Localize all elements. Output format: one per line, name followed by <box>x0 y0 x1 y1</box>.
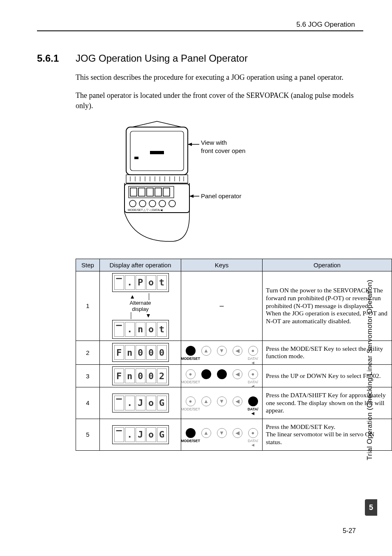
step-number: 4 <box>76 387 100 419</box>
up-key-icon: ▲ <box>200 428 213 443</box>
table-row: 3 F n 0 0 2 ●MODE/SET ▲ ▼ ◀ ●DATA/◀ <box>76 365 392 387</box>
alternate-label-2: display <box>132 306 148 312</box>
keys-cell: ●MODE/SET ▲ ▼ ◀ ●DATA/◀ <box>181 419 263 450</box>
keys-cell: ●MODE/SET ▲ ▼ ◀ ●DATA/◀ <box>181 341 263 364</box>
table-row: 5 ⎺ . J o G ●MODE/SET ▲ ▼ ◀ ●DATA/◀ <box>76 419 392 450</box>
data-key-icon: ●DATA/◀ <box>247 428 260 443</box>
keys-cell: ●MODE/SET ▲ ▼ ◀ ●DATA/◀ <box>181 387 263 419</box>
display-cell: ⎺ . J o G <box>100 419 181 450</box>
down-key-icon: ▼ <box>215 369 228 384</box>
diagram-label-view-2: front cover open <box>201 147 245 154</box>
section-number: 5.6.1 <box>37 53 76 64</box>
down-arrow-icon: ▼ <box>145 312 151 319</box>
modeset-key-icon: ●MODE/SET <box>184 396 197 411</box>
up-key-icon: ▲ <box>200 396 213 411</box>
data-key-icon: ●DATA/◀ <box>247 369 260 384</box>
down-key-icon: ▼ <box>215 428 228 443</box>
col-keys: Keys <box>181 259 263 271</box>
col-display: Display after operation <box>100 259 181 271</box>
step-number: 2 <box>76 341 100 364</box>
left-key-icon: ◀ <box>231 396 244 411</box>
step-number: 5 <box>76 419 100 450</box>
display-cell: ⎺ . J o G <box>100 387 181 419</box>
up-key-icon: ▲ <box>200 369 213 384</box>
svg-marker-32 <box>189 195 194 198</box>
procedure-table: Step Display after operation Keys Operat… <box>76 259 392 451</box>
left-key-icon: ◀ <box>231 428 244 443</box>
display-cell: F n 0 0 2 <box>100 365 181 387</box>
page-number: 5-27 <box>343 527 356 535</box>
diagram-label-view-1: View with <box>201 139 227 146</box>
svg-rect-3 <box>134 157 138 159</box>
header-rule <box>37 30 363 31</box>
intro-paragraph-2: The panel operator is located under the … <box>76 90 355 111</box>
down-key-icon: ▼ <box>215 346 228 361</box>
step-number: 3 <box>76 365 100 387</box>
table-row: 1 ⎺ . P o t ▲│ Alternate display │▼ <box>76 271 392 341</box>
down-key-icon: ▼ <box>215 396 228 411</box>
down-arrow-icon: │ <box>148 293 151 300</box>
table-row: 2 F n 0 0 0 ●MODE/SET ▲ ▼ ◀ ●DATA/◀ <box>76 341 392 364</box>
svg-marker-5 <box>188 143 192 146</box>
keys-cell: ●MODE/SET ▲ ▼ ◀ ●DATA/◀ <box>181 365 263 387</box>
col-step: Step <box>76 259 100 271</box>
up-arrow-icon: ▲ <box>129 293 135 300</box>
table-row: 4 ⎺ . J o G ●MODE/SET ▲ ▼ ◀ ●DATA/◀ <box>76 387 392 419</box>
display-cell: ⎺ . P o t ▲│ Alternate display │▼ ⎺ <box>100 271 181 341</box>
modeset-key-icon: ●MODE/SET <box>184 346 197 361</box>
servopack-diagram: View with front cover open MODE/SET △ ▽ … <box>37 119 363 246</box>
section-title: JOG Operation Using a Panel Operator <box>76 53 248 64</box>
keys-cell: – <box>181 271 263 341</box>
diagram-label-panel: Panel operator <box>201 192 241 199</box>
chapter-tab: 5 <box>365 499 377 516</box>
data-key-icon: ●DATA/◀ <box>247 346 260 361</box>
left-key-icon: ◀ <box>231 346 244 361</box>
page-header-breadcrumb: 5.6 JOG Operation <box>296 21 355 29</box>
up-key-icon: ▲ <box>200 346 213 361</box>
diagram-keys-text: MODE/SET △ ▽ ◁ DATA/◀ <box>128 208 163 211</box>
alternate-label-1: Alternate <box>129 300 151 306</box>
data-key-icon: ●DATA/◀ <box>247 396 260 411</box>
section-heading: 5.6.1 JOG Operation Using a Panel Operat… <box>37 53 363 64</box>
display-cell: F n 0 0 0 <box>100 341 181 364</box>
left-key-icon: ◀ <box>231 369 244 384</box>
intro-paragraph-1: This section describes the procedure for… <box>76 72 355 82</box>
down-arrow-icon: │ <box>129 312 133 319</box>
step-number: 1 <box>76 271 100 341</box>
modeset-key-icon: ●MODE/SET <box>184 369 197 384</box>
svg-rect-2 <box>150 151 164 154</box>
side-chapter-title: Trial Operation (Checking Linear Servomo… <box>366 280 374 460</box>
col-operation: Operation <box>263 259 392 271</box>
modeset-key-icon: ●MODE/SET <box>184 428 197 443</box>
